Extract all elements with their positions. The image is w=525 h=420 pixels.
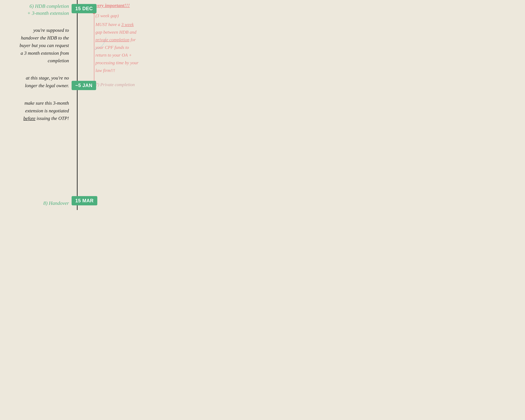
step8-label: 8) Handover	[7, 200, 69, 206]
desc-line4: a 3 month extension from	[7, 49, 69, 57]
timeline-node-mar: 15 MAR	[72, 196, 97, 205]
otp-negotiation-text: make sure this 3-month extension is nego…	[7, 99, 69, 122]
timeline-node-jan: ~5 JAN	[72, 81, 96, 90]
gap-between: gap between HDB and	[95, 28, 175, 36]
legal-line1: at this stage, you're no	[7, 74, 69, 82]
timeline-line	[77, 0, 77, 210]
gap-info-text: (3 week gap) MUST have a 3 week gap betw…	[95, 12, 175, 74]
legal-line2: longer the legal owner.	[7, 82, 69, 90]
gap-week: (3 week gap)	[95, 12, 175, 20]
processing-line2: law firm!!!	[95, 67, 175, 74]
must-line: MUST have a 3 week	[95, 21, 175, 28]
dec-badge: 15 DEC	[72, 4, 96, 13]
before-text: before	[23, 116, 35, 121]
cpf-funds-line2: return to your OA +	[95, 51, 175, 59]
otp-line1: make sure this 3-month	[7, 99, 69, 107]
step6-label: 6) HDB completion + 3-month extension	[7, 3, 69, 17]
private-completion-label: 7) Private completion	[95, 82, 135, 87]
main-page: 15 DEC ~5 JAN 15 MAR 6) HDB completion +…	[0, 0, 262, 210]
timeline-node-dec: 15 DEC	[72, 4, 96, 13]
very-important-label: very important!!!	[95, 3, 130, 8]
otp-line3: before issuing the OTP!	[7, 115, 69, 122]
private-completion-underline: private completion for	[95, 36, 175, 44]
processing-line1: processing time by your	[95, 59, 175, 67]
handover-description: you're supposed to handover the HDB to t…	[7, 27, 69, 65]
desc-line1: you're supposed to	[7, 27, 69, 34]
legal-owner-text: at this stage, you're no longer the lega…	[7, 74, 69, 90]
otp-line2: extension is negotiated	[7, 107, 69, 115]
step8-text: 8) Handover	[43, 200, 69, 206]
step6-line1: 6) HDB completion + 3-month extension	[7, 3, 69, 17]
otp-suffix: issuing the OTP!	[37, 116, 69, 121]
desc-line5: completion	[7, 57, 69, 65]
jan-badge: ~5 JAN	[72, 81, 96, 90]
private-completion-text: private completion	[95, 37, 129, 42]
three-week-underline: 3 week	[121, 22, 134, 27]
cpf-funds-line1: your CPF funds to	[95, 44, 175, 51]
desc-line2: handover the HDB to the	[7, 34, 69, 42]
mar-badge: 15 MAR	[72, 196, 97, 205]
desc-line3: buyer but you can request	[7, 42, 69, 49]
